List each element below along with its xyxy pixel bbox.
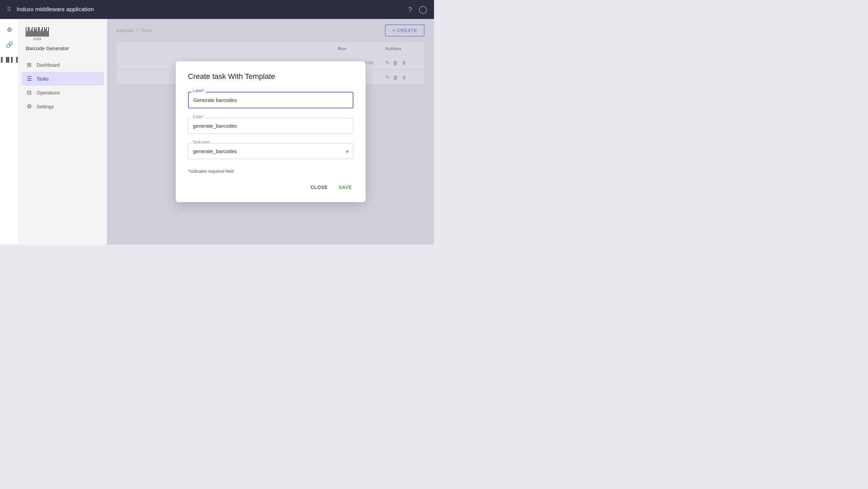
tasks-icon: ☰ xyxy=(26,75,33,82)
required-note: *indicates required field xyxy=(188,169,353,174)
dashboard-icon: ⊞ xyxy=(26,61,33,68)
sidebar-item-settings[interactable]: ⚙ Settings xyxy=(22,100,104,113)
main-layout: ⚙ 🔗 ▌▐▌▌▐ xyxy=(0,19,434,244)
barcode-bars xyxy=(26,27,49,37)
sidebar-icon-link[interactable]: 🔗 xyxy=(3,38,16,51)
sidebar-item-label-dashboard: Dashboard xyxy=(37,62,60,68)
barcode-number: 1234 xyxy=(33,37,41,41)
label-input[interactable] xyxy=(188,92,353,108)
dialog-actions: CLOSE SAVE xyxy=(188,182,353,193)
dialog-title: Create task With Template xyxy=(188,72,353,81)
topbar-icons: ? ◯ xyxy=(408,5,427,14)
sidebar-header: 1234 Barcode Generator xyxy=(19,19,107,55)
label-field-group: Label* xyxy=(188,92,353,108)
close-button[interactable]: CLOSE xyxy=(309,182,329,193)
sidebar: 1234 Barcode Generator ⊞ Dashboard ☰ Tas… xyxy=(19,19,107,244)
code-field-label: Code* xyxy=(191,114,205,119)
sidebar-icon-settings[interactable]: ⚙ xyxy=(3,23,16,37)
settings-icon: ⚙ xyxy=(26,103,33,110)
app-title: Induxx middleware application xyxy=(17,6,403,13)
sidebar-item-label-settings: Settings xyxy=(37,104,54,109)
sidebar-app-name: Barcode Generator xyxy=(26,45,69,51)
task-type-field-group: Task type generate_barcodes ▾ xyxy=(188,143,353,159)
code-input[interactable] xyxy=(188,118,353,134)
user-icon[interactable]: ◯ xyxy=(419,5,427,14)
sidebar-item-label-tasks: Tasks xyxy=(37,76,49,82)
create-task-dialog: Create task With Template Label* Code* T… xyxy=(176,61,366,202)
sidebar-item-tasks[interactable]: ☰ Tasks xyxy=(22,72,104,86)
icon-sidebar: ⚙ 🔗 ▌▐▌▌▐ xyxy=(0,19,19,244)
operations-icon: ⊟ xyxy=(26,89,33,96)
code-field-group: Code* xyxy=(188,118,353,134)
label-field-label: Label* xyxy=(191,88,206,93)
help-icon[interactable]: ? xyxy=(408,6,412,14)
topbar: ⠿ Induxx middleware application ? ◯ xyxy=(0,0,434,19)
sidebar-icon-barcode[interactable]: ▌▐▌▌▐ xyxy=(3,53,16,66)
save-button[interactable]: SAVE xyxy=(337,182,353,193)
task-type-select-wrapper: generate_barcodes ▾ xyxy=(188,143,353,159)
task-type-select[interactable]: generate_barcodes xyxy=(188,143,353,159)
main-content-area: barcode / Tasks + CREATE Run Actions 202… xyxy=(107,19,434,244)
barcode-logo: 1234 xyxy=(26,27,49,41)
grid-icon[interactable]: ⠿ xyxy=(7,6,11,13)
modal-overlay: Create task With Template Label* Code* T… xyxy=(107,19,434,244)
sidebar-item-operations[interactable]: ⊟ Operations xyxy=(22,86,104,100)
sidebar-item-dashboard[interactable]: ⊞ Dashboard xyxy=(22,58,104,72)
sidebar-nav: ⊞ Dashboard ☰ Tasks ⊟ Operations ⚙ Setti… xyxy=(19,55,107,244)
sidebar-item-label-operations: Operations xyxy=(37,90,60,95)
